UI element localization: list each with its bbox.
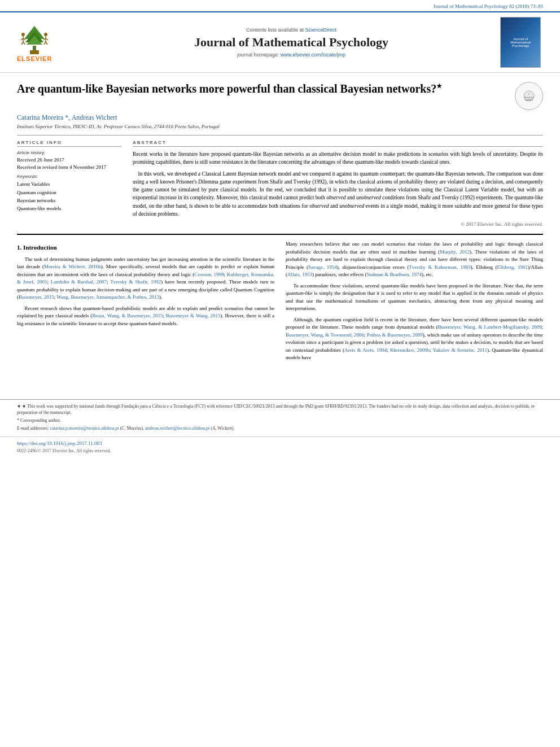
svg-rect-1 — [30, 50, 39, 54]
ref-moreira2016b[interactable]: Moreira & Wichert, 2016b — [44, 264, 101, 269]
info-abstract-section: ARTICLE INFO Article history: Received 2… — [17, 140, 543, 227]
footnote-area: ★ ★ This work was supported by national … — [0, 399, 560, 437]
journal-cover: Journal of Mathematical Psychology — [500, 17, 541, 68]
body-col2-p3: Although, the quantum cognition field is… — [286, 316, 543, 362]
body-col-left: 1. Introduction The task of determining … — [17, 241, 274, 365]
keywords-list: Latent Variables Quantum cognition Bayes… — [17, 180, 121, 213]
abstract-p2: In this work, we developed a Classical L… — [133, 170, 543, 219]
ref-savage1954[interactable]: Savage, 1954 — [308, 264, 337, 270]
sciencedirect-link[interactable]: ScienceDirect — [305, 27, 337, 33]
article-history-label: Article history: — [17, 150, 121, 155]
header-right: Journal of Mathematical Psychology — [498, 17, 543, 68]
ref-crosson1999[interactable]: Crosson, 1999 — [194, 272, 224, 277]
elsevier-label: ELSEVIER — [17, 55, 52, 62]
keyword-3: Bayesian networks — [17, 196, 121, 204]
footnote-emails: E-mail addresses: catarina.p.moreira@tec… — [17, 425, 543, 431]
page-container: Journal of Mathematical Psychology 82 (2… — [0, 0, 560, 747]
ref-busemeyer2015[interactable]: Busemeyer, 2015 — [19, 294, 54, 300]
body-two-col: 1. Introduction The task of determining … — [17, 241, 543, 399]
footnote-star: ★ ★ This work was supported by national … — [17, 403, 543, 416]
abstract-col: ABSTRACT Recent works in the literature … — [133, 140, 543, 227]
elsevier-tree-icon — [18, 23, 51, 54]
journal-main-title: Journal of Mathematical Psychology — [90, 35, 492, 50]
homepage-url[interactable]: www.elsevier.com/locate/jmp — [281, 52, 345, 58]
journal-homepage-line: journal homepage: www.elsevier.com/locat… — [90, 52, 492, 58]
body-col-right: Many researchers believe that one can mo… — [286, 241, 543, 365]
keyword-1: Latent Variables — [17, 180, 121, 188]
article-title: Are quantum-like Bayesian networks more … — [17, 82, 515, 96]
email2-link[interactable]: andreas.wichert@tecnico.ulisboa.pt — [145, 426, 209, 431]
abstract-text: Recent works in the literature have prop… — [133, 150, 543, 218]
check-updates-icon: ✓ Check for updates — [523, 90, 535, 102]
svg-text:updates: updates — [525, 98, 533, 101]
keywords-label: Keywords: — [17, 174, 121, 179]
ref-tversky1992[interactable]: Tversky & Shafir, 1992 — [110, 279, 161, 285]
body-col2-p2: To accommodate these violations, several… — [286, 282, 543, 313]
received-date: Received 26 June 2017 — [17, 156, 121, 164]
email1-link[interactable]: catarina.p.moreira@tecnico.ulisboa.pt — [50, 426, 119, 431]
footnote-star-symbol: ★ — [17, 404, 22, 409]
issn-text: 0022-2496/© 2017 Elsevier Inc. All right… — [17, 448, 111, 453]
section1-heading: 1. Introduction — [17, 243, 274, 252]
ref-murphy2012[interactable]: Murphy, 2012 — [440, 249, 470, 255]
check-updates-badge: ✓ Check for updates — [515, 82, 543, 110]
ref-yukalov2011[interactable]: Yukalov & Sornette, 2011 — [433, 347, 487, 353]
ref-allais1953[interactable]: Allais, 1953 — [287, 272, 312, 277]
article-title-section: Are quantum-like Bayesian networks more … — [17, 82, 543, 110]
article-info-label: ARTICLE INFO — [17, 140, 121, 147]
body-col2-p1: Many researchers believe that one can mo… — [286, 241, 543, 279]
ref-busemeyer2009[interactable]: Busemeyer, Wang, & Lambert-Mogiliansky, … — [438, 324, 542, 330]
article-area: Are quantum-like Bayesian networks more … — [0, 73, 560, 399]
affiliation-line: Instituto Superior Técnico, INESC-ID, Av… — [17, 124, 543, 129]
ref-pothos2009[interactable]: Pothos & Busemeyer, 2009 — [367, 332, 423, 338]
svg-point-5 — [21, 33, 25, 36]
footnote-corresponding: * Corresponding author. — [17, 417, 543, 423]
elsevier-logo: ELSEVIER — [17, 23, 52, 62]
ref-wang2013[interactable]: Wang, Busemeyer, Atmanspacher, & Pothos,… — [56, 294, 159, 300]
svg-point-11 — [44, 33, 47, 36]
keyword-2: Quantum cognition — [17, 189, 121, 196]
abstract-p1: Recent works in the literature have prop… — [133, 150, 543, 167]
main-divider — [17, 234, 543, 235]
header-area: ELSEVIER Contents lists available at Sci… — [0, 11, 560, 73]
doi-link[interactable]: https://doi.org/10.1016/j.jmp.2017.11.00… — [17, 440, 543, 446]
svg-line-16 — [46, 42, 47, 45]
authors-line: Catarina Moreira *, Andreas Wichert — [17, 113, 543, 122]
article-info-col: ARTICLE INFO Article history: Received 2… — [17, 140, 121, 227]
ref-lambdin2007[interactable]: Lambdin & Burdsal, 2007 — [51, 279, 107, 285]
abstract-label: ABSTRACT — [133, 140, 543, 147]
svg-line-15 — [44, 42, 46, 45]
svg-text:✓: ✓ — [528, 92, 530, 95]
ref-khrennikov2009b[interactable]: Khrennikov, 2009b — [390, 347, 430, 353]
ref-ellsberg1961[interactable]: Ellsberg, 1961 — [497, 264, 528, 270]
body-col1-p2: Recent research shows that quantum-based… — [17, 305, 274, 328]
ref-busemeyer2006[interactable]: Busemeyer, Wang, & Townsend, 2006 — [286, 332, 364, 338]
svg-line-10 — [23, 42, 25, 45]
journal-cover-text: Journal of Mathematical Psychology — [510, 37, 531, 47]
copyright-line: © 2017 Elsevier Inc. All rights reserved… — [133, 221, 543, 227]
title-star: ★ — [436, 82, 442, 89]
ref-bruza2015[interactable]: Bruza, Wang, & Busemeyer, 2015 — [92, 313, 163, 318]
svg-line-9 — [21, 42, 23, 45]
contents-line: Contents lists available at ScienceDirec… — [90, 27, 492, 33]
revised-date: Received in revised form 4 November 2017 — [17, 164, 121, 171]
ref-tversky-kahneman1983[interactable]: Tversky & Kahneman, 1983 — [409, 264, 470, 270]
ref-sudman1974[interactable]: Sudman & Bradburn, 1974 — [367, 272, 422, 277]
ref-busemeyer-wang2015[interactable]: Busemeyer & Wang, 2015 — [166, 313, 221, 318]
header-center: Contents lists available at ScienceDirec… — [85, 27, 498, 58]
ref-aerts1994[interactable]: Aerts & Aerts, 1994 — [344, 347, 387, 353]
body-col1-p1: The task of determining human judgments … — [17, 256, 274, 302]
bottom-bar: https://doi.org/10.1016/j.jmp.2017.11.00… — [0, 436, 560, 457]
header-left: ELSEVIER — [17, 23, 85, 62]
keyword-4: Quantum-like models — [17, 204, 121, 212]
top-bar: Journal of Mathematical Psychology 82 (2… — [0, 0, 560, 11]
article-divider — [17, 135, 543, 136]
journal-reference: Journal of Mathematical Psychology 82 (2… — [434, 3, 543, 9]
